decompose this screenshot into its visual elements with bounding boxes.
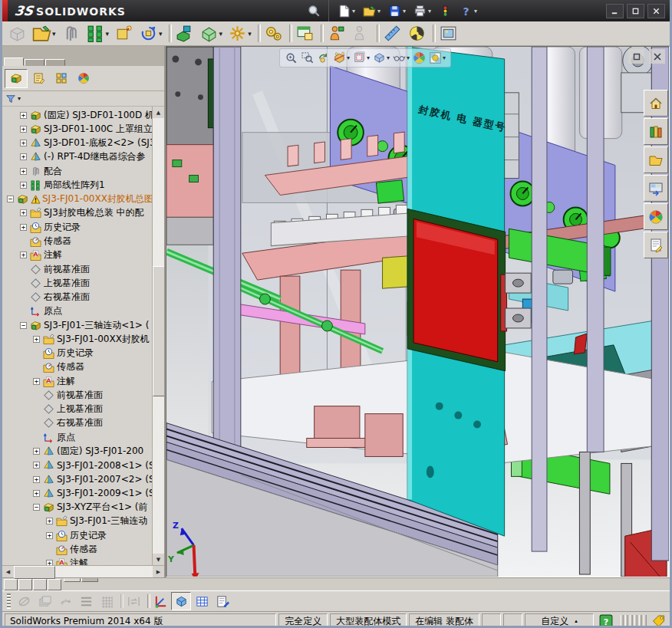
expand-toggle[interactable] xyxy=(46,546,53,553)
expand-toggle[interactable] xyxy=(20,294,27,301)
dropdown-arrow-icon[interactable]: ▾ xyxy=(428,8,431,15)
expand-toggle[interactable] xyxy=(20,252,27,258)
expand-toggle[interactable] xyxy=(20,280,27,287)
sketch-shade-button[interactable] xyxy=(14,592,34,610)
move-component-button[interactable]: ▾ xyxy=(137,22,165,44)
expand-toggle[interactable] xyxy=(20,140,27,146)
modify-sketch-button[interactable] xyxy=(55,592,75,610)
swap-button[interactable] xyxy=(124,592,143,610)
graphics-viewport[interactable]: 封胶机 电 器型号 Z xyxy=(166,46,670,577)
expand-toggle[interactable] xyxy=(20,224,27,231)
restore-button[interactable] xyxy=(627,4,644,18)
scroll-up-icon[interactable]: ▲ xyxy=(153,107,164,118)
line-format-button[interactable] xyxy=(76,592,96,610)
tree-item[interactable]: 传感器 xyxy=(2,360,164,374)
display-style-button[interactable]: ▾ xyxy=(371,51,391,65)
smart-fasteners-button[interactable]: ▾ xyxy=(112,22,136,44)
tree-item[interactable]: 上视基准面 xyxy=(2,276,164,290)
scrollbar-thumb[interactable] xyxy=(14,566,55,579)
tab-nav-button[interactable] xyxy=(33,579,47,590)
expand-toggle[interactable] xyxy=(20,182,27,189)
instant3d-button[interactable]: ▾ xyxy=(405,22,429,44)
configurationmanager-tab[interactable] xyxy=(51,70,72,87)
dropdown-arrow-icon[interactable]: ▾ xyxy=(387,54,390,61)
expand-toggle[interactable] xyxy=(33,406,40,413)
study-tab[interactable] xyxy=(81,578,98,582)
tree-item[interactable]: 前视基准面 xyxy=(2,388,164,402)
reference-geometry-button[interactable]: ▾ xyxy=(226,22,254,44)
view-palette-tab[interactable] xyxy=(644,175,668,202)
previous-view-button[interactable]: ▾ xyxy=(315,51,331,65)
new-window-button[interactable]: ▾ xyxy=(293,22,317,44)
expand-toggle[interactable] xyxy=(33,448,40,455)
dropdown-arrow-icon[interactable]: ▾ xyxy=(377,8,380,15)
expand-toggle[interactable] xyxy=(33,350,40,357)
tree-horizontal-scrollbar[interactable]: ◀ ▶ xyxy=(2,565,164,577)
model-3d-view[interactable]: 封胶机 电 器型号 Z xyxy=(166,47,669,577)
minimize-button[interactable] xyxy=(606,4,624,18)
tab-nav-button[interactable] xyxy=(18,579,32,590)
propertymanager-tab[interactable] xyxy=(28,70,50,87)
coordinate-system-button[interactable] xyxy=(150,592,170,610)
menu-item[interactable] xyxy=(186,0,206,21)
tree-item[interactable]: A 注解 xyxy=(2,557,164,566)
expand-toggle[interactable] xyxy=(33,504,40,511)
tree-item[interactable]: SJ3-DF01-100C 上罩组立 xyxy=(2,122,164,136)
expand-toggle[interactable] xyxy=(33,363,40,370)
linear-component-pattern-button[interactable]: ▾ xyxy=(84,22,112,44)
assembly-features-button[interactable]: ▾ xyxy=(173,22,196,44)
dropdown-arrow-icon[interactable]: ▾ xyxy=(52,30,56,38)
custom-properties-tab[interactable] xyxy=(644,232,668,258)
close-button[interactable] xyxy=(647,4,665,18)
featuremanager-tab[interactable] xyxy=(5,69,28,88)
tree-item[interactable]: SJ3-FJ01-2008<1> (S xyxy=(2,459,164,472)
section-view-button[interactable]: ▾ xyxy=(331,51,351,65)
dropdown-arrow-icon[interactable]: ▾ xyxy=(159,30,163,38)
tree-item[interactable]: 局部线性阵列1 xyxy=(2,178,164,192)
tree-item[interactable]: 右视基准面 xyxy=(2,416,164,430)
expand-toggle[interactable] xyxy=(33,434,40,441)
expand-toggle[interactable] xyxy=(20,168,27,175)
assembly-advisor-button[interactable]: ▾ xyxy=(324,22,348,44)
tree-item[interactable]: (-) RPT-4D继电器综合参 xyxy=(2,150,164,164)
menu-item[interactable] xyxy=(206,0,226,21)
new-document-button[interactable]: ▾ xyxy=(335,3,357,19)
doc-restore-button[interactable] xyxy=(628,49,644,64)
resources-button[interactable]: ▾ xyxy=(436,3,454,19)
scroll-down-icon[interactable]: ▼ xyxy=(153,554,164,565)
expand-toggle[interactable] xyxy=(20,266,27,273)
dropdown-arrow-icon[interactable]: ▾ xyxy=(219,30,223,38)
expand-toggle[interactable] xyxy=(20,307,27,314)
file-explorer-tab[interactable] xyxy=(644,146,668,173)
expand-toggle[interactable] xyxy=(33,476,40,483)
show-hidden-components-button[interactable]: ▾ xyxy=(197,22,226,44)
tree-item[interactable]: 上视基准面 xyxy=(2,403,164,416)
tree-item[interactable]: 历史记录 xyxy=(2,220,164,234)
panel-tab[interactable] xyxy=(4,58,24,66)
mate-button[interactable]: ▾ xyxy=(59,22,83,44)
filter-dropdown-icon[interactable]: ▾ xyxy=(18,95,21,102)
panel-tab[interactable] xyxy=(45,59,65,66)
tree-item[interactable]: (固定) SJ3-FJ01-200 xyxy=(2,444,164,458)
menu-item[interactable] xyxy=(226,0,245,21)
expand-toggle[interactable] xyxy=(20,238,27,245)
hide-show-items-button[interactable]: ▾ xyxy=(391,51,411,65)
expand-toggle[interactable] xyxy=(20,112,27,119)
menu-item[interactable] xyxy=(245,0,265,21)
expand-toggle[interactable] xyxy=(46,532,53,539)
study-tab[interactable] xyxy=(64,578,81,582)
tree-item[interactable]: 历史记录 xyxy=(2,347,164,360)
tree-item[interactable]: (固定) SJ3-DF01-100D 机 xyxy=(2,108,164,122)
expand-toggle[interactable] xyxy=(20,153,27,160)
quick-tips-icon[interactable]: ? xyxy=(599,614,613,628)
tree-item[interactable]: 右视基准面 xyxy=(2,290,164,304)
open-button[interactable]: ▾ xyxy=(361,3,383,19)
scrollbar-thumb[interactable] xyxy=(153,266,164,396)
expand-toggle[interactable] xyxy=(33,336,40,343)
tree-item[interactable]: SJ3封胶电检总装 中的配 xyxy=(2,206,164,220)
design-table-button[interactable] xyxy=(192,592,212,610)
grid-snap-button[interactable] xyxy=(97,592,117,610)
expand-toggle[interactable] xyxy=(46,518,53,524)
menu-item[interactable] xyxy=(265,0,285,21)
appearances-tab[interactable] xyxy=(644,203,668,230)
